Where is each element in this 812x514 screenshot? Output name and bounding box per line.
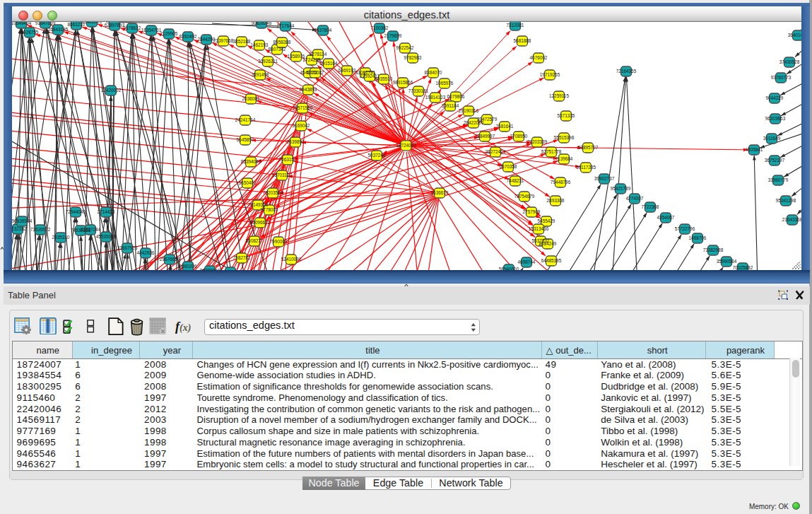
svg-text:9078612: 9078612	[124, 25, 141, 30]
svg-text:3891498: 3891498	[252, 72, 269, 77]
svg-text:12259115: 12259115	[549, 93, 569, 98]
svg-text:7139664: 7139664	[555, 156, 573, 161]
svg-text:8028755: 8028755	[21, 30, 39, 35]
svg-text:36272404: 36272404	[486, 149, 506, 154]
svg-text:15313436: 15313436	[529, 226, 549, 231]
svg-text:37430528: 37430528	[779, 59, 800, 64]
svg-text:5037248: 5037248	[368, 153, 386, 158]
svg-text:1462193: 1462193	[251, 42, 269, 47]
svg-text:3537804: 3537804	[314, 28, 332, 33]
svg-text:69117285: 69117285	[576, 165, 596, 170]
svg-text:9922542: 9922542	[396, 45, 414, 50]
svg-text:90628248: 90628248	[252, 22, 272, 25]
svg-text:3852188: 3852188	[233, 39, 251, 44]
svg-text:10549434: 10549434	[12, 22, 32, 25]
svg-text:7312081: 7312081	[507, 23, 524, 28]
svg-text:21397668: 21397668	[213, 38, 234, 43]
svg-text:2757909: 2757909	[523, 209, 541, 214]
svg-text:95421789: 95421789	[611, 186, 631, 191]
svg-text:5232182: 5232182	[12, 226, 27, 231]
svg-text:91847639: 91847639	[35, 22, 56, 25]
svg-text:72544046: 72544046	[66, 209, 86, 214]
svg-text:5169042: 5169042	[293, 123, 310, 128]
svg-text:57722796: 57722796	[675, 226, 695, 231]
svg-text:8278114: 8278114	[310, 52, 327, 57]
svg-text:8084249: 8084249	[539, 241, 557, 246]
svg-text:5650401: 5650401	[239, 180, 257, 185]
svg-text:64485395: 64485395	[541, 258, 562, 263]
svg-text:36752197: 36752197	[765, 158, 785, 163]
svg-text:96319863: 96319863	[765, 116, 786, 121]
svg-text:96290869: 96290869	[200, 268, 220, 270]
svg-text:70025882: 70025882	[733, 265, 753, 270]
svg-text:4354067: 4354067	[657, 215, 675, 220]
svg-text:8807342: 8807342	[269, 47, 286, 52]
svg-text:8392492: 8392492	[180, 34, 197, 39]
svg-text:31849997: 31849997	[475, 134, 495, 139]
svg-text:2063152: 2063152	[279, 157, 297, 162]
svg-text:2179699: 2179699	[384, 33, 402, 38]
svg-text:7100362: 7100362	[371, 25, 389, 30]
svg-text:52751778: 52751778	[541, 149, 562, 154]
svg-text:52410090: 52410090	[281, 257, 302, 262]
svg-text:9860206: 9860206	[180, 264, 197, 269]
svg-text:45535068: 45535068	[96, 234, 117, 239]
svg-text:8958388: 8958388	[273, 40, 291, 45]
svg-text:9778001: 9778001	[261, 207, 278, 212]
svg-text:53703122: 53703122	[272, 173, 293, 177]
svg-text:79571586: 79571586	[293, 105, 313, 110]
svg-text:78203564: 78203564	[263, 190, 283, 195]
svg-text:58940600: 58940600	[499, 267, 519, 270]
svg-text:9636619: 9636619	[431, 190, 449, 195]
svg-text:90836544: 90836544	[12, 218, 33, 223]
svg-text:7722368: 7722368	[642, 204, 659, 209]
svg-text:5645897: 5645897	[237, 137, 254, 142]
svg-text:18724007: 18724007	[396, 143, 416, 148]
svg-text:8384070: 8384070	[425, 70, 442, 75]
svg-text:78149300: 78149300	[248, 202, 269, 207]
svg-text:24241764: 24241764	[235, 117, 256, 122]
svg-text:39902737: 39902737	[594, 176, 615, 181]
svg-text:21527244: 21527244	[81, 227, 101, 232]
svg-text:72164355: 72164355	[616, 69, 637, 74]
svg-text:5681888: 5681888	[514, 38, 531, 43]
svg-text:6670358: 6670358	[500, 164, 517, 169]
svg-text:2893308: 2893308	[547, 198, 565, 203]
svg-text:9044229: 9044229	[766, 95, 784, 100]
svg-text:8508277: 8508277	[246, 238, 264, 243]
svg-text:6935510: 6935510	[375, 76, 393, 81]
svg-text:79203339: 79203339	[527, 139, 548, 144]
svg-text:1468706: 1468706	[689, 235, 707, 240]
svg-text:29676659: 29676659	[160, 257, 180, 262]
svg-text:6079806: 6079806	[447, 94, 465, 99]
svg-text:77330181: 77330181	[408, 88, 429, 93]
svg-text:2714423: 2714423	[98, 209, 115, 214]
svg-text:31667923: 31667923	[117, 245, 138, 250]
svg-text:53895707: 53895707	[578, 145, 599, 150]
svg-text:3591184: 3591184	[442, 103, 459, 108]
svg-text:4698744: 4698744	[518, 259, 536, 264]
svg-text:55515398: 55515398	[554, 135, 575, 140]
svg-text:98915866: 98915866	[393, 80, 413, 85]
svg-text:4076002: 4076002	[530, 55, 548, 60]
svg-text:39472579: 39472579	[477, 117, 498, 122]
svg-text:33960779: 33960779	[768, 177, 789, 182]
svg-text:19814103: 19814103	[425, 95, 446, 100]
svg-text:79448796: 79448796	[551, 180, 571, 185]
svg-text:5455429: 5455429	[538, 218, 555, 223]
svg-text:2639893: 2639893	[287, 139, 305, 144]
svg-text:5380786: 5380786	[222, 269, 240, 270]
svg-text:2717644: 2717644	[277, 23, 295, 28]
svg-text:7582781: 7582781	[233, 255, 251, 260]
svg-text:6469193: 6469193	[339, 68, 356, 73]
svg-text:5915164: 5915164	[320, 61, 338, 66]
svg-text:2036081: 2036081	[242, 96, 260, 101]
svg-text:73639532: 73639532	[30, 227, 51, 232]
svg-text:30926211: 30926211	[258, 59, 278, 64]
svg-text:36401454: 36401454	[788, 33, 801, 37]
svg-text:35990584: 35990584	[717, 259, 737, 264]
svg-text:2129905: 2129905	[160, 31, 178, 36]
svg-text:7990009: 7990009	[270, 239, 288, 244]
svg-text:32420002: 32420002	[101, 88, 122, 93]
svg-text:63428001: 63428001	[82, 22, 102, 24]
